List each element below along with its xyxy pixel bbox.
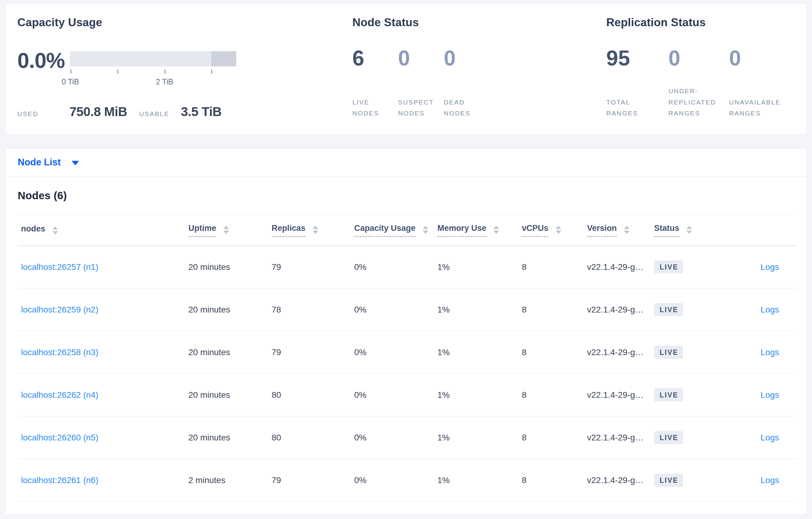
dead-nodes-label: DEAD NODES <box>444 97 481 119</box>
table-row: localhost:26262 (n4) 20 minutes 80 0% 1%… <box>18 374 798 416</box>
column-header-status[interactable]: Status <box>654 215 721 246</box>
logs-cell: Logs <box>721 331 798 374</box>
node-cell: localhost:26259 (n2) <box>18 288 188 331</box>
node-status-panel: Node Status 6 0 0 LIVE NODES SUSPECT NOD… <box>352 17 606 119</box>
uptime-cell: 20 minutes <box>188 416 271 459</box>
replicas-cell: 79 <box>271 331 354 374</box>
column-header-vcpus[interactable]: vCPUs <box>522 215 587 246</box>
column-header-memory-use[interactable]: Memory Use <box>437 215 522 246</box>
column-header-uptime[interactable]: Uptime <box>188 215 271 246</box>
nodes-table: nodes Uptime Replicas Capacity Usage <box>18 215 798 501</box>
logs-link[interactable]: Logs <box>760 262 779 272</box>
node-list-card: Node List Nodes (6) nodes Uptime <box>5 148 807 515</box>
sort-icon <box>687 226 692 234</box>
cluster-summary-card: Capacity Usage 0.0% 0 TiB 2 TiB USED 750… <box>5 4 807 134</box>
status-cell: LIVE <box>654 459 721 501</box>
axis-tick-label: 2 TiB <box>156 78 173 86</box>
vcpus-cell: 8 <box>522 331 587 374</box>
table-row: localhost:26257 (n1) 20 minutes 79 0% 1%… <box>18 246 798 288</box>
capacity-bar-reserved-segment <box>211 51 236 66</box>
status-badge: LIVE <box>654 388 683 401</box>
logs-link[interactable]: Logs <box>760 347 779 357</box>
column-header-logs <box>721 215 798 246</box>
table-row: localhost:26258 (n3) 20 minutes 79 0% 1%… <box>18 331 798 374</box>
logs-link[interactable]: Logs <box>760 476 779 485</box>
under-replicated-ranges-value: 0 <box>668 48 729 69</box>
table-row: localhost:26261 (n6) 2 minutes 79 0% 1% … <box>18 459 798 501</box>
used-value: 750.8 MiB <box>69 104 127 119</box>
logs-link[interactable]: Logs <box>760 305 779 314</box>
sort-icon <box>423 226 428 234</box>
capacity-usage-cell: 0% <box>354 331 437 374</box>
used-label: USED <box>18 110 38 118</box>
capacity-usage-cell: 0% <box>354 416 437 459</box>
version-cell: v22.1.4-29-g… <box>587 416 654 459</box>
status-cell: LIVE <box>654 288 721 331</box>
node-link[interactable]: localhost:26261 (n6) <box>21 476 98 485</box>
version-cell: v22.1.4-29-g… <box>587 374 654 416</box>
status-badge: LIVE <box>654 261 683 274</box>
node-cell: localhost:26257 (n1) <box>18 246 188 288</box>
version-cell: v22.1.4-29-g… <box>587 459 654 501</box>
node-status-title: Node Status <box>352 17 606 28</box>
status-badge: LIVE <box>654 474 683 487</box>
capacity-usage-cell: 0% <box>354 374 437 416</box>
logs-link[interactable]: Logs <box>760 390 779 400</box>
column-header-version[interactable]: Version <box>587 215 654 246</box>
nodes-heading: Nodes (6) <box>18 189 794 202</box>
node-link[interactable]: localhost:26262 (n4) <box>21 390 98 400</box>
total-ranges-value: 95 <box>606 48 668 69</box>
uptime-cell: 20 minutes <box>188 374 271 416</box>
node-cell: localhost:26261 (n6) <box>18 459 188 501</box>
node-list-dropdown-label: Node List <box>18 157 61 168</box>
total-ranges-label: TOTAL RANGES <box>606 97 664 119</box>
uptime-cell: 20 minutes <box>188 331 271 374</box>
table-row: localhost:26259 (n2) 20 minutes 78 0% 1%… <box>18 288 798 331</box>
replication-status-panel: Replication Status 95 0 0 TOTAL RANGES U… <box>606 17 794 119</box>
logs-cell: Logs <box>721 416 798 459</box>
vcpus-cell: 8 <box>522 246 587 288</box>
vcpus-cell: 8 <box>522 288 587 331</box>
capacity-bar-track <box>70 51 236 66</box>
memory-use-cell: 1% <box>437 374 522 416</box>
vcpus-cell: 8 <box>522 416 587 459</box>
dead-nodes-value: 0 <box>444 48 606 69</box>
version-cell: v22.1.4-29-g… <box>587 331 654 374</box>
axis-tick <box>70 69 71 74</box>
logs-cell: Logs <box>721 288 798 331</box>
node-cell: localhost:26260 (n5) <box>18 416 188 459</box>
memory-use-cell: 1% <box>437 246 522 288</box>
status-badge: LIVE <box>654 431 683 444</box>
logs-cell: Logs <box>721 374 798 416</box>
usable-value: 3.5 TiB <box>181 104 222 119</box>
capacity-percent: 0.0% <box>18 50 70 71</box>
live-nodes-label: LIVE NODES <box>352 97 389 119</box>
sort-icon <box>624 226 630 234</box>
node-list-dropdown[interactable]: Node List <box>5 148 807 177</box>
node-cell: localhost:26262 (n4) <box>18 374 188 416</box>
status-badge: LIVE <box>654 346 683 359</box>
column-header-capacity-usage[interactable]: Capacity Usage <box>354 215 437 246</box>
node-link[interactable]: localhost:26257 (n1) <box>21 262 98 272</box>
unavailable-ranges-value: 0 <box>729 48 794 69</box>
column-header-nodes[interactable]: nodes <box>18 215 188 246</box>
capacity-usage-panel: Capacity Usage 0.0% 0 TiB 2 TiB USED 750… <box>18 17 352 119</box>
live-nodes-value: 6 <box>352 48 398 69</box>
node-link[interactable]: localhost:26259 (n2) <box>21 305 98 314</box>
table-row: localhost:26260 (n5) 20 minutes 80 0% 1%… <box>18 416 798 459</box>
status-badge: LIVE <box>654 303 683 316</box>
axis-tick <box>211 69 212 74</box>
node-link[interactable]: localhost:26260 (n5) <box>21 433 98 442</box>
column-header-replicas[interactable]: Replicas <box>271 215 354 246</box>
node-link[interactable]: localhost:26258 (n3) <box>21 347 98 357</box>
suspect-nodes-value: 0 <box>398 48 444 69</box>
replicas-cell: 78 <box>271 288 354 331</box>
logs-cell: Logs <box>721 459 798 501</box>
logs-link[interactable]: Logs <box>760 433 779 442</box>
memory-use-cell: 1% <box>437 459 522 501</box>
replicas-cell: 79 <box>271 459 354 501</box>
sort-icon <box>224 226 229 234</box>
usable-label: USABLE <box>139 110 169 118</box>
sort-icon <box>52 226 58 235</box>
status-cell: LIVE <box>654 416 721 459</box>
